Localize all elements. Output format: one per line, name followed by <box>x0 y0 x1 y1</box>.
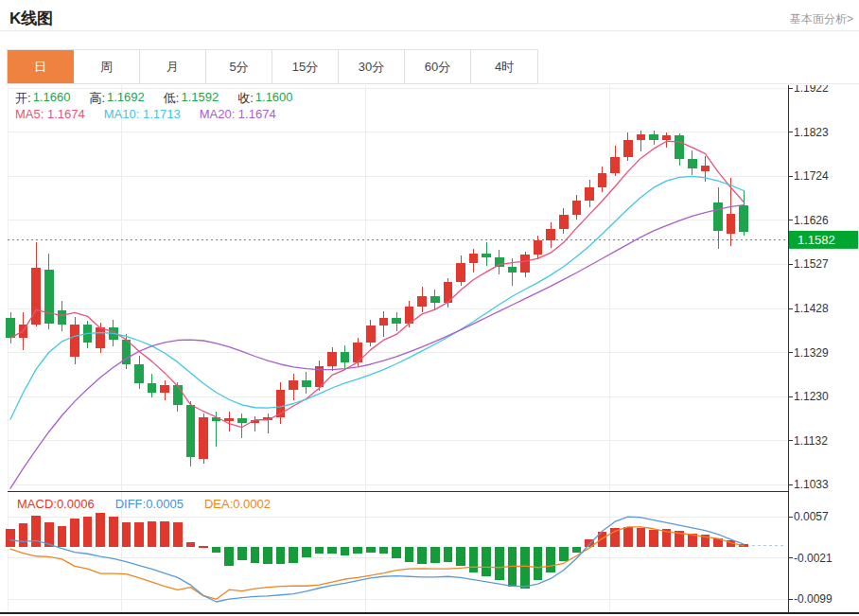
tab-day[interactable]: 日 <box>8 50 74 83</box>
svg-text:-0.0099: -0.0099 <box>794 592 833 606</box>
tab-60min[interactable]: 60分 <box>405 50 471 83</box>
svg-text:1.1527: 1.1527 <box>794 257 829 271</box>
svg-text:1.1132: 1.1132 <box>794 434 828 448</box>
tab-15min[interactable]: 15分 <box>272 50 339 83</box>
tab-5min[interactable]: 5分 <box>206 50 272 83</box>
interval-tabbar: 日 周 月 5分 15分 30分 60分 4时 <box>7 49 538 84</box>
svg-text:-0.0021: -0.0021 <box>794 552 833 565</box>
kline-chart-svg[interactable]: 1.19221.18231.17241.16261.15271.14281.13… <box>0 85 859 616</box>
svg-text:1.1922: 1.1922 <box>794 85 829 95</box>
fundamental-analysis-link[interactable]: 基本面分析> <box>790 11 853 27</box>
page-title: K线图 <box>9 8 53 29</box>
svg-text:1.1033: 1.1033 <box>794 478 829 491</box>
svg-text:1.1428: 1.1428 <box>794 302 829 315</box>
tabbar-baseline <box>536 83 859 84</box>
svg-text:1.1823: 1.1823 <box>794 126 829 139</box>
tab-week[interactable]: 周 <box>74 50 140 83</box>
svg-text:1.1329: 1.1329 <box>794 346 829 360</box>
tab-30min[interactable]: 30分 <box>339 50 405 83</box>
svg-text:1.1626: 1.1626 <box>794 214 829 227</box>
kline-chart-area[interactable]: 1.19221.18231.17241.16261.15271.14281.13… <box>0 85 859 616</box>
current-price-badge: 1.1582 <box>798 233 835 247</box>
header-divider <box>0 30 859 31</box>
svg-text:0.0057: 0.0057 <box>794 510 829 523</box>
tab-month[interactable]: 月 <box>140 50 206 83</box>
tab-4hour[interactable]: 4时 <box>471 50 537 83</box>
svg-text:1.1724: 1.1724 <box>794 169 829 183</box>
svg-text:1.1230: 1.1230 <box>794 390 829 403</box>
